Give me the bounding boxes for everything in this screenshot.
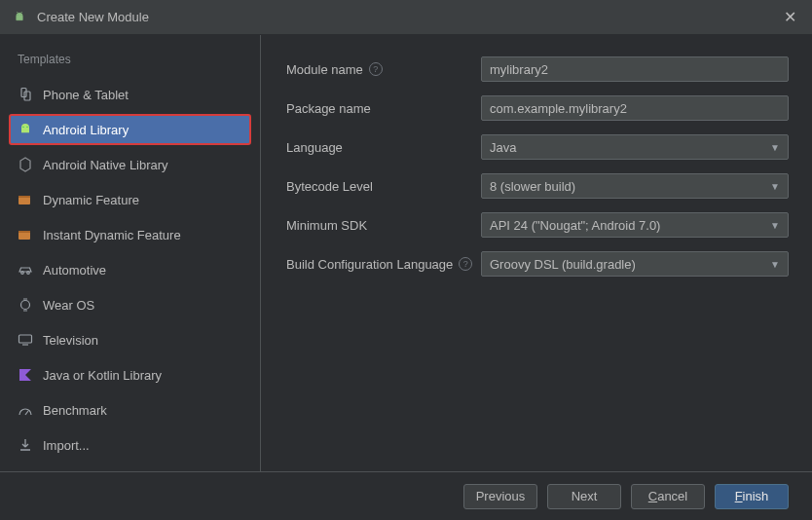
minimum-sdk-select[interactable]: API 24 ("Nougat"; Android 7.0) ▼ <box>481 212 789 238</box>
svg-point-3 <box>26 127 27 128</box>
label-text: Package name <box>286 101 371 116</box>
btn-label: Finish <box>735 489 769 503</box>
dialog-footer: Previous Next Cancel Finish <box>0 471 812 520</box>
close-icon[interactable]: ✕ <box>780 4 800 30</box>
form-panel: Module name ? Package name Language Java… <box>261 35 812 471</box>
sidebar-item-automotive[interactable]: Automotive <box>10 255 250 284</box>
dynamic-feature-icon <box>18 192 33 207</box>
select-value: 8 (slower build) <box>490 179 575 194</box>
svg-rect-5 <box>18 196 30 198</box>
module-name-input[interactable] <box>481 56 789 82</box>
sidebar-item-label: Dynamic Feature <box>43 193 139 207</box>
bytecode-level-label: Bytecode Level <box>286 179 481 194</box>
svg-point-10 <box>21 301 30 310</box>
previous-button[interactable]: Previous <box>463 484 537 509</box>
module-name-label: Module name ? <box>286 62 481 77</box>
help-icon[interactable]: ? <box>369 62 383 76</box>
import-icon <box>18 437 33 453</box>
sidebar-item-label: Automotive <box>43 263 106 278</box>
label-text: Module name <box>286 62 363 77</box>
svg-point-2 <box>22 127 23 128</box>
android-library-icon <box>18 122 33 137</box>
sidebar-item-label: Java or Kotlin Library <box>43 368 162 383</box>
svg-point-8 <box>21 272 24 275</box>
chevron-down-icon: ▼ <box>770 259 780 270</box>
minimum-sdk-label: Minimum SDK <box>286 218 481 233</box>
next-button[interactable]: Next <box>547 484 621 509</box>
chevron-down-icon: ▼ <box>770 220 780 231</box>
sidebar-header: Templates <box>10 51 250 80</box>
sidebar-item-label: Import... <box>43 438 90 453</box>
btn-label: Previous <box>476 489 526 503</box>
instant-feature-icon <box>18 227 33 242</box>
automotive-icon <box>18 262 33 278</box>
sidebar-item-benchmark[interactable]: Benchmark <box>10 395 250 425</box>
btn-label: Cancel <box>648 489 687 503</box>
select-value: Groovy DSL (build.gradle) <box>490 257 636 272</box>
window-title: Create New Module <box>37 10 780 24</box>
label-text: Language <box>286 140 343 155</box>
sidebar-item-native-library[interactable]: Android Native Library <box>10 150 250 179</box>
sidebar-item-label: Android Native Library <box>43 158 168 172</box>
label-text: Bytecode Level <box>286 179 373 194</box>
language-label: Language <box>286 140 481 155</box>
main-pane: Templates Phone & Tablet Android Library… <box>0 35 812 471</box>
wear-icon <box>18 297 33 313</box>
select-value: API 24 ("Nougat"; Android 7.0) <box>490 218 660 233</box>
svg-rect-1 <box>24 92 30 100</box>
sidebar-item-label: Wear OS <box>43 298 94 313</box>
native-library-icon <box>18 157 33 172</box>
chevron-down-icon: ▼ <box>770 142 780 153</box>
chevron-down-icon: ▼ <box>770 181 780 192</box>
btn-label: Next <box>572 489 598 503</box>
benchmark-icon <box>18 402 33 418</box>
titlebar: Create New Module ✕ <box>0 0 812 35</box>
bytecode-level-select[interactable]: 8 (slower build) ▼ <box>481 173 789 199</box>
cancel-button[interactable]: Cancel <box>631 484 705 509</box>
tv-icon <box>18 332 33 348</box>
sidebar-item-instant-dynamic-feature[interactable]: Instant Dynamic Feature <box>10 220 250 249</box>
help-icon[interactable]: ? <box>459 257 472 271</box>
sidebar-item-label: Instant Dynamic Feature <box>43 228 181 242</box>
label-text: Minimum SDK <box>286 218 367 233</box>
finish-button[interactable]: Finish <box>715 484 789 509</box>
sidebar-item-phone-tablet[interactable]: Phone & Tablet <box>10 80 250 109</box>
templates-sidebar: Templates Phone & Tablet Android Library… <box>0 35 261 471</box>
sidebar-item-television[interactable]: Television <box>10 325 250 354</box>
sidebar-item-label: Benchmark <box>43 403 107 418</box>
android-icon <box>12 10 27 25</box>
sidebar-item-android-library[interactable]: Android Library <box>10 115 250 144</box>
sidebar-item-wear-os[interactable]: Wear OS <box>10 290 250 319</box>
label-text: Build Configuration Language <box>286 257 453 272</box>
kotlin-icon <box>18 367 33 383</box>
svg-rect-7 <box>18 231 30 233</box>
language-select[interactable]: Java ▼ <box>481 134 789 160</box>
select-value: Java <box>490 140 516 155</box>
sidebar-item-label: Television <box>43 333 98 348</box>
package-name-input[interactable] <box>481 95 789 121</box>
sidebar-item-label: Phone & Tablet <box>43 88 129 102</box>
build-config-select[interactable]: Groovy DSL (build.gradle) ▼ <box>481 251 789 277</box>
sidebar-item-import[interactable]: Import... <box>10 430 250 460</box>
svg-rect-11 <box>19 335 32 343</box>
sidebar-item-java-kotlin-library[interactable]: Java or Kotlin Library <box>10 360 250 390</box>
build-config-label: Build Configuration Language ? <box>286 257 481 272</box>
package-name-label: Package name <box>286 101 481 116</box>
sidebar-item-dynamic-feature[interactable]: Dynamic Feature <box>10 185 250 214</box>
sidebar-item-label: Android Library <box>43 123 129 137</box>
phone-tablet-icon <box>18 87 33 102</box>
svg-point-9 <box>27 272 30 275</box>
